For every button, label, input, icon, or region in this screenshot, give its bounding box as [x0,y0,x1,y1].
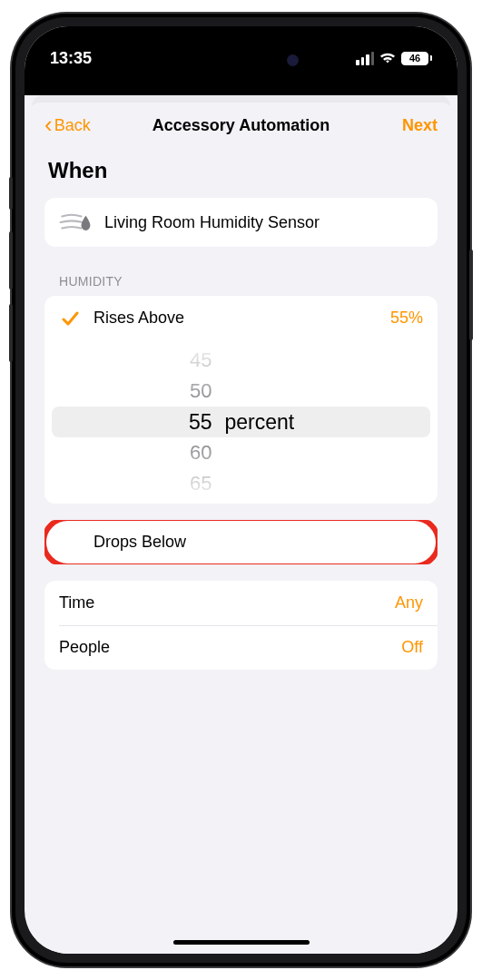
phone-frame: 13:35 46 ◀︎ Search [12,14,470,966]
people-label: People [59,638,110,657]
people-value: Off [401,638,423,657]
section-heading: When [44,152,438,198]
rises-above-value: 55% [390,309,423,328]
back-label: Back [54,116,91,135]
group-label-humidity: HUMIDITY [44,247,438,296]
chevron-left-icon: ◀︎ [39,952,47,954]
picker-value[interactable]: 65 [158,468,212,499]
wifi-icon [379,52,396,64]
humidity-icon [59,211,92,234]
settings-card: Time Any People Off [44,581,438,670]
drops-below-row[interactable]: Drops Below [44,520,438,564]
side-button [9,231,13,289]
battery-indicator: 46 [401,52,432,65]
status-time: 13:35 [50,49,92,68]
battery-level: 46 [409,53,420,64]
status-sub: ◀︎ Search [25,81,457,95]
picker-value[interactable]: 55 [158,407,212,437]
breadcrumb-back[interactable]: ◀︎ Search [39,952,84,954]
people-row[interactable]: People Off [44,625,438,670]
home-indicator[interactable] [173,940,310,945]
status-indicators: 46 [356,52,432,65]
dynamic-island [173,43,310,77]
sensor-card: Living Room Humidity Sensor [44,198,438,247]
picker-number-column[interactable]: 40455055606570 [158,340,212,504]
time-label: Time [59,593,94,612]
next-button[interactable]: Next [402,116,438,135]
camera-dot [287,54,299,66]
time-value: Any [395,593,423,612]
time-row[interactable]: Time Any [44,581,438,625]
side-button [9,177,13,210]
drops-below-card: Drops Below [44,520,438,564]
cellular-icon [356,52,374,65]
back-button[interactable]: ‹ Back [44,115,91,136]
picker-value[interactable]: 45 [158,345,212,376]
breadcrumb-label: Search [49,952,84,954]
nav-bar: ‹ Back Accessory Automation Next [28,103,454,145]
sensor-row[interactable]: Living Room Humidity Sensor [44,198,438,247]
picker-value[interactable]: 70 [158,499,212,504]
content: When Living Room Humidity Sensor HUMIDIT… [28,145,454,954]
humidity-picker[interactable]: 40455055606570 . . . percent . . . [44,340,438,504]
checkmark-icon [59,309,81,328]
picker-value[interactable]: 50 [158,376,212,407]
picker-unit: percent [225,407,325,437]
rises-above-label: Rises Above [93,309,184,328]
side-button [9,304,13,362]
sensor-name: Living Room Humidity Sensor [104,213,320,232]
screen: 13:35 46 ◀︎ Search [25,26,457,954]
humidity-card: Rises Above 55% 40455055606570 . . . [44,296,438,504]
nav-title: Accessory Automation [152,116,330,135]
chevron-left-icon: ‹ [44,113,53,136]
side-button [469,250,473,340]
picker-value[interactable]: 60 [158,437,212,468]
rises-above-row[interactable]: Rises Above 55% [44,296,438,340]
drops-below-label: Drops Below [93,533,186,552]
